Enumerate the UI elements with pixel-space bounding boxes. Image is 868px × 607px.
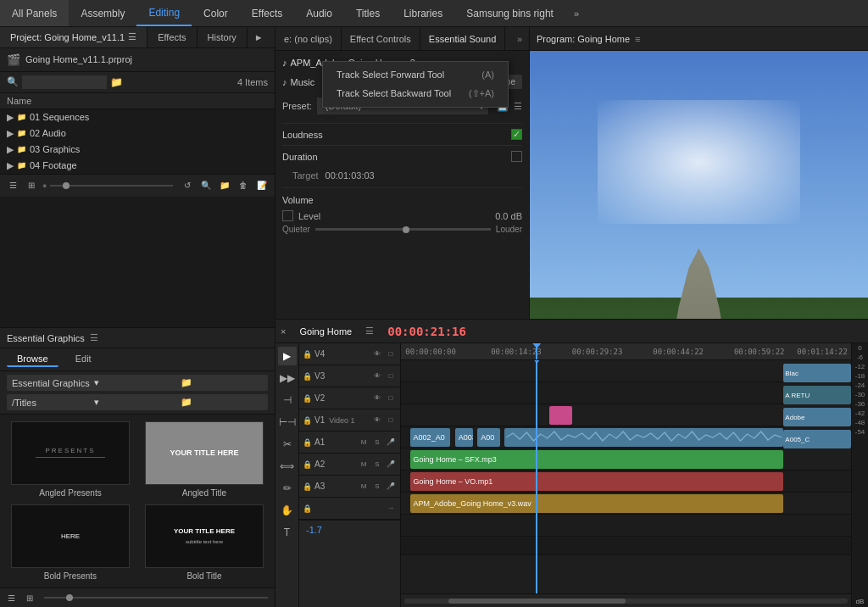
clip-v1-a002[interactable]: A002_A0 [410,428,451,447]
track-v4-eye[interactable]: 👁 [371,348,383,360]
tab-effects[interactable]: Effects [147,27,197,47]
clip-a1-sfx[interactable]: Going Home – SFX.mp3 [410,450,784,469]
eg-dropdown-2[interactable]: /Titles ▾ 📁 [7,394,268,410]
track-v1-eye[interactable]: 👁 [371,415,383,426]
eg-menu-icon[interactable]: ☰ [90,332,98,343]
menu-more[interactable]: » [565,8,587,19]
track-a1-mic[interactable]: 🎤 [385,437,397,448]
clip-v1-waveform[interactable] [504,428,783,447]
clip-v4-black[interactable]: Blac [783,364,851,382]
toolbar-folder[interactable]: 📁 [217,178,232,193]
track-v2-eye[interactable]: 👁 [371,393,383,404]
toolbar-search[interactable]: 🔍 [198,178,214,193]
clip-a3-apm[interactable]: APM_Adobe_Going Home_v3.wav [410,494,784,513]
expand-icon-audio[interactable]: ▶ [7,128,17,139]
menu-effects[interactable]: Effects [240,0,294,26]
project-search-input[interactable] [22,75,107,89]
track-a3-mute[interactable]: M [358,481,370,493]
timeline-menu-icon[interactable]: ☰ [360,326,379,337]
project-search-btn[interactable]: 📁 [110,76,123,88]
clip-v1-a00[interactable]: A00 [477,428,500,447]
menu-all-panels[interactable]: All Panels [0,0,69,26]
ripple-tool[interactable]: ⊣ [278,391,297,409]
eg-dropdown-1[interactable]: Essential Graphics ▾ 📁 [7,375,268,391]
context-track-backward[interactable]: Track Select Backward Tool (⇧+A) [323,84,508,103]
toolbar-new[interactable]: 📝 [254,178,270,193]
track-a2-mic[interactable]: 🎤 [385,459,397,471]
tree-item-sequences[interactable]: ▶ 📁 01 Sequences [0,109,275,125]
toolbar-find[interactable]: ↺ [180,178,195,193]
eg-grid-view-btn[interactable]: ⊞ [22,590,37,605]
tab-effect-controls[interactable]: Effect Controls [342,27,420,50]
tab-essential-sound[interactable]: Essential Sound [420,27,506,50]
expand-icon-sequences[interactable]: ▶ [7,112,17,123]
loudness-checkbox[interactable]: ✓ [511,129,522,140]
thumb-bold-presents[interactable]: HERE Bold Presents [7,504,134,581]
volume-slider[interactable] [315,228,491,231]
tab-going-home[interactable]: Going Home [291,320,360,342]
hand-tool[interactable]: ✋ [278,501,297,520]
selection-tool[interactable]: ▶ [278,347,297,365]
tree-item-footage[interactable]: ▶ 📁 04 Footage [0,158,275,174]
lock-v1[interactable]: 🔒 [303,416,312,425]
track-a2-solo[interactable]: S [371,459,383,471]
lock-v4[interactable]: 🔒 [303,350,312,359]
lock-v2[interactable]: 🔒 [303,394,312,403]
clip-v2-adobe[interactable]: Adobe [783,408,851,426]
lock-a1[interactable]: 🔒 [303,438,312,447]
track-a3-solo[interactable]: S [371,481,383,493]
toolbar-icon-view[interactable]: ⊞ [24,178,39,193]
tab-no-clips[interactable]: e: (no clips) [275,27,342,50]
tab-edit[interactable]: Edit [65,352,102,367]
track-v4-visibility[interactable]: □ [385,348,397,360]
tree-item-audio[interactable]: ▶ 📁 02 Audio [0,125,275,142]
folder-btn-1[interactable]: 📁 [181,377,263,388]
center-panel-more[interactable]: » [510,34,529,44]
clip-v1-a005c[interactable]: A005_C [783,430,851,448]
thumb-angled-presents[interactable]: PRESENTS Angled Presents [7,421,134,498]
clip-v1-a003[interactable]: A003 [455,428,473,447]
program-menu-icon[interactable]: ≡ [635,34,640,44]
tab-history[interactable]: History [198,27,248,47]
clip-v3-aretu[interactable]: A RETU [783,386,851,404]
icon-size-slider[interactable] [50,185,173,187]
menu-titles[interactable]: Titles [344,0,392,26]
scrollbar-thumb[interactable] [448,599,626,604]
tree-item-graphics[interactable]: ▶ 📁 03 Graphics [0,142,275,158]
lock-a3[interactable]: 🔒 [303,482,312,491]
track-a2-mute[interactable]: M [358,459,370,471]
razor-tool[interactable]: ✂ [278,435,297,454]
track-select-tool[interactable]: ▶▶ [278,369,297,387]
clip-a2-vo[interactable]: Going Home – VO.mp1 [410,472,784,491]
clip-v2-pink[interactable] [549,406,572,425]
eg-size-slider[interactable] [44,597,268,599]
pen-tool[interactable]: ✏ [278,479,297,498]
track-v3-eye[interactable]: 👁 [371,370,383,382]
track-v1-visibility[interactable]: □ [385,415,397,426]
track-a1-mute[interactable]: M [358,437,370,448]
toolbar-list-view[interactable]: ☰ [5,178,20,193]
tab-browse[interactable]: Browse [7,352,58,367]
duration-checkbox[interactable] [511,151,522,162]
folder-btn-2[interactable]: 📁 [181,397,263,408]
close-timeline-btn[interactable]: × [275,326,291,337]
thumb-bold-title[interactable]: YOUR TITLE HEREsubtitle text here Bold T… [141,504,268,581]
eg-list-view-btn[interactable]: ☰ [3,590,19,605]
track-v3-visibility[interactable]: □ [385,370,397,382]
expand-icon-footage[interactable]: ▶ [7,160,17,171]
level-checkbox[interactable] [282,210,293,221]
track-a3-mic[interactable]: 🎤 [385,481,397,493]
menu-libraries[interactable]: Libraries [392,0,454,26]
volume-arrow-btn[interactable]: → [385,503,397,515]
track-v2-visibility[interactable]: □ [385,393,397,404]
tab-project[interactable]: Project: Going Home_v11.1 ☰ [0,27,147,47]
toolbar-delete[interactable]: 🗑 [236,178,251,193]
rolling-tool[interactable]: ⊢⊣ [278,413,297,432]
lock-v3[interactable]: 🔒 [303,372,312,381]
menu-audio[interactable]: Audio [294,0,344,26]
expand-icon-graphics[interactable]: ▶ [7,144,17,155]
thumb-angled-title[interactable]: YOUR TITLE HERE Angled Title [141,421,268,498]
preset-menu-icon[interactable]: ☰ [514,101,522,112]
lock-volume[interactable]: 🔒 [303,504,312,513]
panel-more-btn[interactable]: ► [248,32,270,42]
